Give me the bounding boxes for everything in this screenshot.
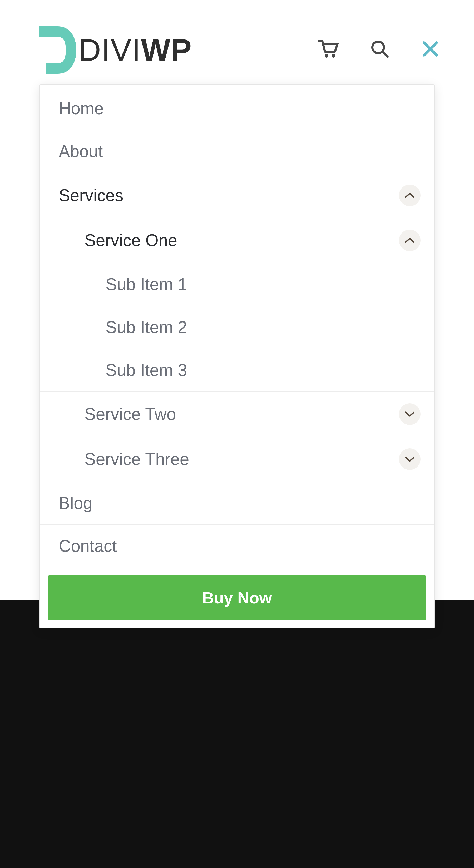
- logo-text-light: DIVI: [79, 33, 141, 67]
- chevron-down-icon[interactable]: [399, 448, 420, 470]
- menu-item-sub-3[interactable]: Sub Item 3: [40, 349, 434, 392]
- menu-item-contact[interactable]: Contact: [40, 525, 434, 567]
- menu-item-label: Sub Item 1: [106, 275, 187, 294]
- chevron-up-icon[interactable]: [399, 185, 420, 206]
- menu-item-label: Home: [59, 99, 104, 118]
- menu-item-sub-2[interactable]: Sub Item 2: [40, 306, 434, 349]
- menu-item-services[interactable]: Services: [40, 173, 434, 218]
- logo-text: DIVIWP: [79, 34, 192, 66]
- search-icon[interactable]: [370, 39, 389, 58]
- menu-item-blog[interactable]: Blog: [40, 482, 434, 525]
- logo-mark-icon: [39, 26, 77, 74]
- svg-point-1: [331, 54, 335, 58]
- menu-item-label: Sub Item 2: [106, 317, 187, 337]
- menu-item-sub-1[interactable]: Sub Item 1: [40, 263, 434, 306]
- cart-icon[interactable]: [318, 39, 339, 58]
- close-icon[interactable]: [421, 39, 440, 58]
- mobile-menu-panel: Home About Services Service One Sub Item…: [39, 84, 435, 628]
- menu-item-label: Sub Item 3: [106, 361, 187, 380]
- header-icons: [318, 39, 440, 58]
- menu-item-service-three[interactable]: Service Three: [40, 437, 434, 482]
- logo-text-bold: WP: [141, 33, 192, 67]
- menu-item-label: Services: [59, 186, 123, 205]
- menu-item-label: About: [59, 142, 103, 161]
- menu-item-label: Service Two: [85, 404, 176, 424]
- menu-item-about[interactable]: About: [40, 130, 434, 173]
- svg-line-3: [382, 52, 388, 57]
- menu-cta-row: Buy Now: [40, 567, 434, 628]
- chevron-up-icon[interactable]: [399, 229, 420, 251]
- svg-point-0: [325, 54, 328, 58]
- menu-item-label: Contact: [59, 536, 117, 556]
- chevron-down-icon[interactable]: [399, 403, 420, 425]
- site-logo[interactable]: DIVIWP: [39, 26, 192, 74]
- menu-item-label: Service Three: [85, 450, 189, 469]
- menu-item-home[interactable]: Home: [40, 87, 434, 130]
- menu-item-service-one[interactable]: Service One: [40, 218, 434, 263]
- menu-item-label: Service One: [85, 230, 177, 250]
- menu-item-service-two[interactable]: Service Two: [40, 392, 434, 437]
- menu-item-label: Blog: [59, 493, 92, 513]
- buy-now-label: Buy Now: [202, 589, 272, 607]
- footer-dark-region: [0, 600, 474, 868]
- buy-now-button[interactable]: Buy Now: [48, 575, 426, 620]
